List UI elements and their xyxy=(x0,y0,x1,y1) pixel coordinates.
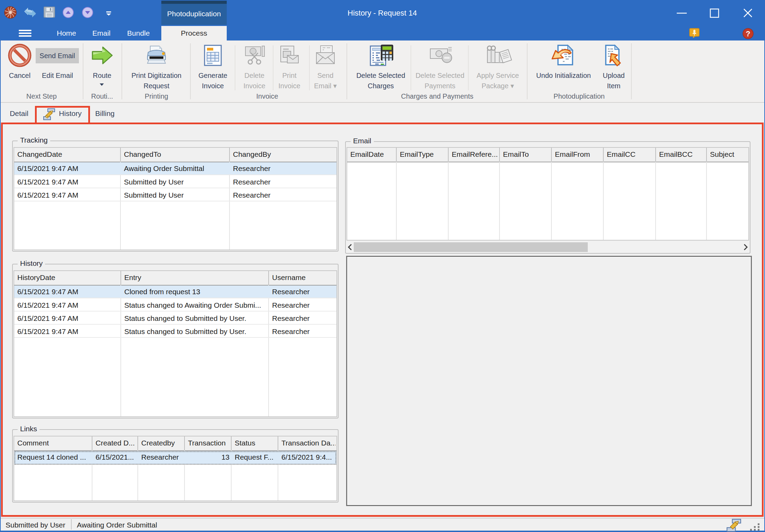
svg-text:?: ? xyxy=(746,29,750,38)
